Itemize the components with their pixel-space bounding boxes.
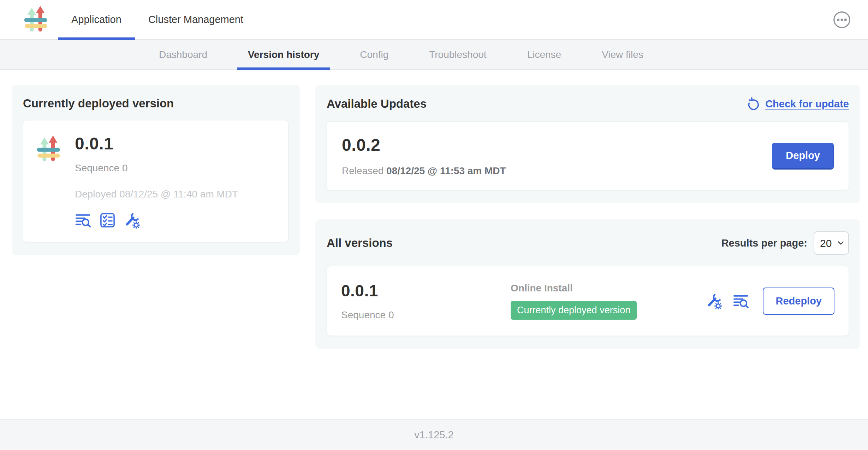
kots-admin-console: Application Cluster Management Dashboard… — [0, 0, 868, 450]
all-versions-title: All versions — [327, 236, 393, 250]
install-type-label: Online Install — [511, 283, 706, 294]
currently-deployed-title: Currently deployed version — [23, 97, 289, 110]
results-per-page: Results per page: 20 — [721, 231, 849, 255]
results-per-page-select[interactable]: 20 — [814, 231, 849, 255]
deployed-version-box: 0.0.1 Sequence 0 Deployed 08/12/25 @ 11:… — [23, 120, 289, 242]
tab-cluster-management[interactable]: Cluster Management — [135, 0, 257, 39]
version-row: 0.0.1 Sequence 0 Online Install Currentl… — [327, 266, 849, 336]
released-label: Released — [342, 165, 384, 176]
available-updates-title: Available Updates — [327, 97, 427, 111]
currently-deployed-badge: Currently deployed version — [511, 301, 637, 320]
tab-config[interactable]: Config — [349, 40, 399, 69]
tab-license[interactable]: License — [517, 40, 572, 69]
version-row-status: Online Install Currently deployed versio… — [511, 283, 706, 320]
deployed-timestamp: Deployed 08/12/25 @ 11:40 am MDT — [75, 189, 238, 200]
all-versions-header: All versions Results per page: 20 — [327, 231, 849, 255]
update-released-line: Released 08/12/25 @ 11:53 am MDT — [342, 165, 506, 177]
console-version: v1.125.2 — [414, 429, 453, 441]
edit-config-icon[interactable] — [706, 293, 722, 309]
deploy-button[interactable]: Deploy — [772, 143, 834, 170]
tab-view-files[interactable]: View files — [591, 40, 654, 69]
preflight-checks-icon[interactable] — [99, 212, 116, 229]
deployed-action-icons — [75, 212, 238, 229]
results-per-page-label: Results per page: — [721, 237, 807, 249]
available-updates-card: Available Updates Check for update — [315, 85, 860, 203]
tab-dashboard[interactable]: Dashboard — [148, 40, 218, 69]
released-timestamp: 08/12/25 @ 11:53 am MDT — [386, 165, 506, 176]
tab-cluster-management-label: Cluster Management — [148, 14, 243, 25]
tab-troubleshoot[interactable]: Troubleshoot — [418, 40, 497, 69]
currently-deployed-card: Currently deployed version — [12, 85, 300, 255]
update-details: 0.0.2 Released 08/12/25 @ 11:53 am MDT — [342, 135, 506, 177]
app-logo-arrows-icon — [35, 135, 63, 164]
top-nav-tabs: Application Cluster Management — [58, 0, 257, 39]
top-nav-spacer — [257, 0, 833, 39]
tab-application[interactable]: Application — [58, 0, 135, 39]
available-updates-header: Available Updates Check for update — [327, 97, 849, 111]
check-for-update-link[interactable]: Check for update — [746, 97, 849, 111]
top-nav: Application Cluster Management — [0, 0, 868, 40]
view-logs-icon[interactable] — [75, 212, 91, 229]
edit-config-icon[interactable] — [124, 212, 140, 229]
update-version-number: 0.0.2 — [342, 135, 506, 155]
app-logo-arrows-icon — [22, 6, 50, 34]
version-row-actions: Redeploy — [706, 288, 834, 315]
overflow-menu-button[interactable] — [833, 11, 851, 29]
app-sub-nav: Dashboard Version history Config Trouble… — [0, 40, 868, 70]
view-logs-icon[interactable] — [733, 293, 749, 309]
main-content: Currently deployed version — [0, 70, 868, 419]
version-row-info: 0.0.1 Sequence 0 — [341, 281, 511, 321]
deployed-version-number: 0.0.1 — [75, 134, 238, 153]
console-footer: v1.125.2 — [0, 419, 868, 450]
right-column: Available Updates Check for update — [315, 85, 860, 349]
ellipsis-icon — [833, 11, 851, 29]
available-update-row: 0.0.2 Released 08/12/25 @ 11:53 am MDT D… — [327, 122, 849, 190]
deployed-version-details: 0.0.1 Sequence 0 Deployed 08/12/25 @ 11:… — [75, 134, 238, 229]
row-version-number: 0.0.1 — [341, 281, 511, 300]
redeploy-button[interactable]: Redeploy — [763, 288, 834, 315]
tab-version-history[interactable]: Version history — [237, 40, 330, 69]
refresh-icon — [746, 97, 760, 111]
row-sequence: Sequence 0 — [341, 309, 511, 321]
all-versions-card: All versions Results per page: 20 — [315, 219, 860, 349]
check-for-update-label: Check for update — [765, 98, 849, 110]
deployed-sequence: Sequence 0 — [75, 162, 238, 174]
tab-application-label: Application — [71, 14, 121, 25]
results-per-page-select-wrap: 20 — [814, 231, 849, 255]
